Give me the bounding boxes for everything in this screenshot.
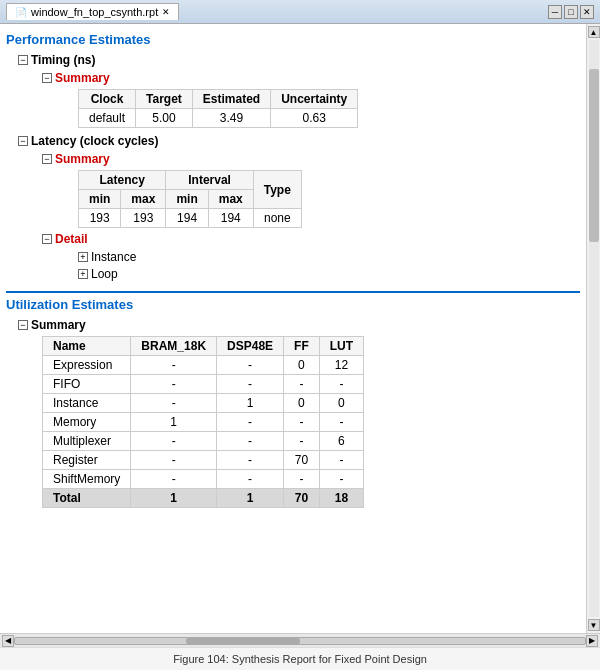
util-dsp: - xyxy=(217,375,284,394)
timing-label: Timing (ns) xyxy=(31,53,95,67)
latency-label: Latency (clock cycles) xyxy=(31,134,158,148)
total-ff: 70 xyxy=(284,489,320,508)
util-bram: - xyxy=(131,451,217,470)
util-col-ff: FF xyxy=(284,337,320,356)
util-dsp: 1 xyxy=(217,394,284,413)
scroll-h-track xyxy=(14,637,586,645)
util-col-lut: LUT xyxy=(319,337,363,356)
table-row: Expression--012 xyxy=(43,356,364,375)
type-val: none xyxy=(253,209,301,228)
loop-label: Loop xyxy=(91,267,118,281)
close-tab-icon[interactable]: ✕ xyxy=(162,7,170,17)
latency-merged-header: Latency xyxy=(79,171,166,190)
detail-label: Detail xyxy=(55,232,88,246)
total-lut: 18 xyxy=(319,489,363,508)
scrollbar-v[interactable]: ▲ ▼ xyxy=(586,24,600,633)
table-row: ShiftMemory---- xyxy=(43,470,364,489)
util-bram: - xyxy=(131,356,217,375)
scrollbar-h[interactable]: ◀ ▶ xyxy=(0,633,600,647)
latency-summary-collapse-icon[interactable]: − xyxy=(42,154,52,164)
timing-summary-block: − Summary Clock Target Estimated xyxy=(42,71,580,128)
timing-col-uncertainty: Uncertainty xyxy=(271,90,358,109)
util-ff: 0 xyxy=(284,356,320,375)
scroll-left-button[interactable]: ◀ xyxy=(2,635,14,647)
int-max-val: 194 xyxy=(208,209,253,228)
util-summary-label: Summary xyxy=(31,318,86,332)
latency-collapse-icon[interactable]: − xyxy=(18,136,28,146)
util-table-container: Name BRAM_18K DSP48E FF LUT Expression--… xyxy=(42,336,580,508)
lat-max-val: 193 xyxy=(121,209,166,228)
util-lut: 12 xyxy=(319,356,363,375)
utilization-summary-block: − Summary Name BRAM_18K DSP48E FF xyxy=(18,318,580,508)
caption-text: Figure 104: Synthesis Report for Fixed P… xyxy=(173,653,427,665)
window: 📄 window_fn_top_csynth.rpt ✕ ─ □ ✕ Perfo… xyxy=(0,0,600,670)
scroll-right-button[interactable]: ▶ xyxy=(586,635,598,647)
latency-detail-block: − Detail + Instance + Loop xyxy=(42,232,580,281)
table-row: Memory1--- xyxy=(43,413,364,432)
util-lut: - xyxy=(319,451,363,470)
util-lut: - xyxy=(319,375,363,394)
util-bram: - xyxy=(131,394,217,413)
util-col-dsp: DSP48E xyxy=(217,337,284,356)
maximize-button[interactable]: □ xyxy=(564,5,578,19)
performance-estimates-header: Performance Estimates xyxy=(6,32,580,47)
total-row: Total117018 xyxy=(43,489,364,508)
lat-max-header: max xyxy=(121,190,166,209)
table-row: default 5.00 3.49 0.63 xyxy=(79,109,358,128)
title-controls: ─ □ ✕ xyxy=(548,5,594,19)
util-bram: - xyxy=(131,375,217,394)
timing-collapse-icon[interactable]: − xyxy=(18,55,28,65)
timing-col-clock: Clock xyxy=(79,90,136,109)
util-name: ShiftMemory xyxy=(43,470,131,489)
scroll-up-button[interactable]: ▲ xyxy=(588,26,600,38)
instance-item[interactable]: + Instance xyxy=(78,250,580,264)
latency-summary-row: − Summary xyxy=(42,152,580,166)
detail-collapse-icon[interactable]: − xyxy=(42,234,52,244)
scroll-down-button[interactable]: ▼ xyxy=(588,619,600,631)
scroll-thumb[interactable] xyxy=(589,69,599,242)
timing-summary-collapse-icon[interactable]: − xyxy=(42,73,52,83)
util-summary-collapse-icon[interactable]: − xyxy=(18,320,28,330)
timing-col-estimated: Estimated xyxy=(192,90,270,109)
util-ff: - xyxy=(284,432,320,451)
caption-bar: Figure 104: Synthesis Report for Fixed P… xyxy=(0,647,600,670)
detail-items: + Instance + Loop xyxy=(78,250,580,281)
table-row: Multiplexer---6 xyxy=(43,432,364,451)
table-row: FIFO---- xyxy=(43,375,364,394)
util-dsp: - xyxy=(217,432,284,451)
scroll-h-thumb[interactable] xyxy=(186,638,300,644)
util-name: Multiplexer xyxy=(43,432,131,451)
util-name: FIFO xyxy=(43,375,131,394)
total-name: Total xyxy=(43,489,131,508)
util-name: Expression xyxy=(43,356,131,375)
table-row: 193 193 194 194 none xyxy=(79,209,302,228)
timing-table: Clock Target Estimated Uncertainty defau… xyxy=(78,89,358,128)
close-button[interactable]: ✕ xyxy=(580,5,594,19)
util-ff: 70 xyxy=(284,451,320,470)
timing-clock-val: default xyxy=(79,109,136,128)
timing-target-val: 5.00 xyxy=(136,109,193,128)
util-lut: 6 xyxy=(319,432,363,451)
instance-plus-icon[interactable]: + xyxy=(78,252,88,262)
util-name: Register xyxy=(43,451,131,470)
instance-label: Instance xyxy=(91,250,136,264)
title-bar-left: 📄 window_fn_top_csynth.rpt ✕ xyxy=(6,3,179,20)
title-tab[interactable]: 📄 window_fn_top_csynth.rpt ✕ xyxy=(6,3,179,20)
scroll-track xyxy=(589,40,599,617)
timing-estimated-val: 3.49 xyxy=(192,109,270,128)
timing-summary-row: − Summary xyxy=(42,71,580,85)
timing-col-target: Target xyxy=(136,90,193,109)
util-ff: - xyxy=(284,375,320,394)
util-bram: 1 xyxy=(131,413,217,432)
loop-plus-icon[interactable]: + xyxy=(78,269,88,279)
loop-item[interactable]: + Loop xyxy=(78,267,580,281)
performance-estimates-section: Performance Estimates − Timing (ns) − Su… xyxy=(6,32,580,281)
total-bram: 1 xyxy=(131,489,217,508)
util-bram: - xyxy=(131,432,217,451)
timing-row: − Timing (ns) xyxy=(18,53,580,67)
timing-table-container: Clock Target Estimated Uncertainty defau… xyxy=(78,89,580,128)
utilization-table: Name BRAM_18K DSP48E FF LUT Expression--… xyxy=(42,336,364,508)
util-col-name: Name xyxy=(43,337,131,356)
minimize-button[interactable]: ─ xyxy=(548,5,562,19)
util-lut: - xyxy=(319,470,363,489)
